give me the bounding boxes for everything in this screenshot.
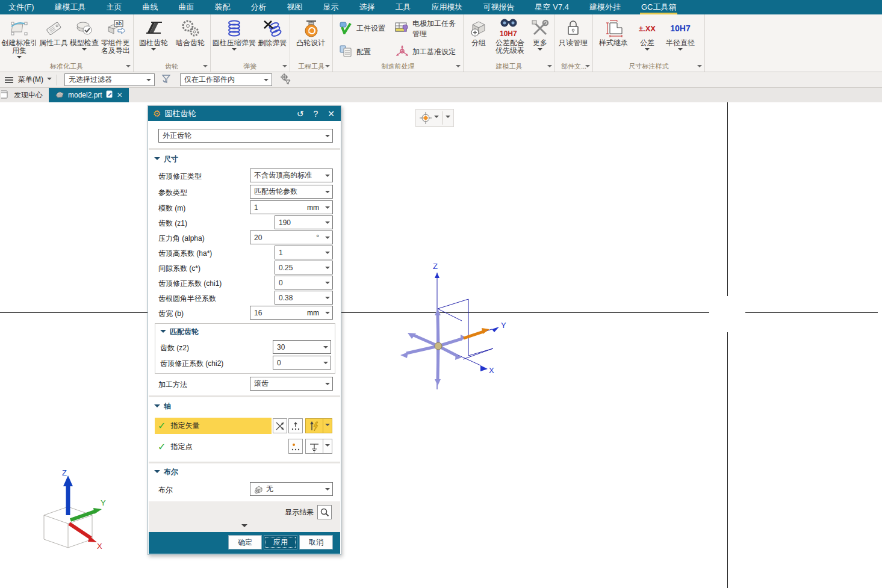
delete-spring-button[interactable]: 删除弹簧 xyxy=(256,16,288,47)
section-axis[interactable]: 轴 xyxy=(154,400,171,412)
root-fillet-coefficient-input[interactable]: 0.38 xyxy=(275,291,333,305)
gear-type-select[interactable]: 外正齿轮 xyxy=(158,129,333,143)
menu-display[interactable]: 显示 xyxy=(322,0,340,14)
scope-filter-select[interactable]: 仅在工作部件内 xyxy=(180,73,272,86)
graphics-viewport[interactable]: Z Y X Z Y X ⚙ xyxy=(0,102,882,588)
group-dialog-caret-icon[interactable] xyxy=(585,65,590,70)
menu-assembly[interactable]: 装配 xyxy=(214,0,232,14)
menu-modeling-tools[interactable]: 建模工具 xyxy=(54,0,87,14)
dialog-title-bar[interactable]: ⚙ 圆柱齿轮 ↺ ? ✕ xyxy=(148,106,341,121)
teeth-z1-input[interactable]: 190 xyxy=(275,215,333,229)
more-tools-button[interactable]: 更多 xyxy=(527,16,553,53)
dialog-help-button[interactable]: ? xyxy=(313,109,318,119)
vector-dialog-button[interactable] xyxy=(288,418,303,433)
teeth-z2-input[interactable]: 30 xyxy=(273,340,331,354)
configuration-button[interactable]: 配置 xyxy=(339,40,385,64)
menu-surface[interactable]: 曲面 xyxy=(178,0,196,14)
menu-hamburger-icon[interactable] xyxy=(5,77,13,83)
module-input[interactable]: 1 mm xyxy=(250,200,333,214)
cam-design-button[interactable]: 凸轮设计 xyxy=(291,16,330,47)
field-label: 齿顶修正系数 (chi2) xyxy=(160,359,223,369)
menu-xingkong-v74[interactable]: 星空 V7.4 xyxy=(534,0,570,14)
boolean-select[interactable]: 无 xyxy=(250,482,333,496)
cancel-button[interactable]: 取消 xyxy=(299,535,333,549)
radius-diameter-button[interactable]: 10H7 半径直径 xyxy=(662,16,699,53)
specify-vector-field[interactable]: ✓ 指定矢量 xyxy=(155,418,272,434)
triad-y-label: Y xyxy=(101,498,106,507)
dialog-collapse-icon[interactable] xyxy=(241,524,247,530)
workpiece-setup-button[interactable]: 工件设置 xyxy=(339,17,385,40)
pressure-angle-input[interactable]: 20 ° xyxy=(250,231,333,244)
section-mating-gear[interactable]: 匹配齿轮 xyxy=(160,326,199,338)
group-dialog-caret-icon[interactable] xyxy=(203,65,208,70)
menu-home[interactable]: 主页 xyxy=(105,0,123,14)
menu-tools[interactable]: 工具 xyxy=(394,0,412,14)
group-dialog-caret-icon[interactable] xyxy=(325,65,330,70)
electrode-task-manager-button[interactable]: 电极加工任务管理 xyxy=(395,17,457,40)
menu-file[interactable]: 文件(F) xyxy=(7,0,36,14)
group-dialog-caret-icon[interactable] xyxy=(547,65,552,70)
menu-modeling-addon[interactable]: 建模外挂 xyxy=(588,0,622,14)
selection-filter-select[interactable]: 无选择过滤器 xyxy=(64,73,155,86)
section-boolean[interactable]: 布尔 xyxy=(154,466,178,478)
inferred-vector-button[interactable] xyxy=(273,418,287,433)
rename-export-button[interactable]: ab 零组件更名及导出 xyxy=(99,16,132,55)
menu-application-modules[interactable]: 应用模块 xyxy=(430,0,464,14)
auto-judgment-vector-button[interactable] xyxy=(305,418,323,433)
point-type-caret-cell[interactable] xyxy=(323,439,332,454)
grouping-button[interactable]: 分组 xyxy=(465,16,492,47)
discovery-center-button[interactable]: 发现中心 xyxy=(0,88,49,102)
menu-visual-report[interactable]: 可视报告 xyxy=(482,0,516,14)
tip-modification-type-select[interactable]: 不含齿顶高的标准 xyxy=(250,169,333,182)
cylindrical-gear-button[interactable]: 圆柱齿轮 xyxy=(135,16,172,53)
tip-modification-chi2-input[interactable]: 0 xyxy=(273,356,331,370)
group-dialog-caret-icon[interactable] xyxy=(697,65,702,70)
ok-button[interactable]: 确定 xyxy=(228,535,262,549)
datum-csys-vector-preview[interactable]: Z Y X xyxy=(394,262,515,394)
group-dialog-caret-icon[interactable] xyxy=(126,65,131,70)
machining-method-select[interactable]: 滚齿 xyxy=(250,377,333,391)
menu-gc-toolbox[interactable]: GC工具箱 xyxy=(640,0,678,14)
clearance-coefficient-input[interactable]: 0.25 xyxy=(275,261,333,274)
apply-button[interactable]: 应用 xyxy=(264,535,297,549)
tolerance-button[interactable]: ±.XX 公差 xyxy=(633,16,662,53)
reset-filter-icon[interactable] xyxy=(161,73,173,86)
face-width-input[interactable]: 16 mm xyxy=(250,306,333,320)
machining-datum-button[interactable]: 加工基准设定 xyxy=(395,40,457,64)
mesh-gear-button[interactable]: 啮合齿轮 xyxy=(172,16,208,47)
point-snap-button[interactable] xyxy=(416,110,442,126)
tab-model2-prt[interactable]: model2.prt ✕ xyxy=(49,88,129,102)
point-dialog-button[interactable] xyxy=(288,439,303,454)
tab-close-icon[interactable]: ✕ xyxy=(117,91,123,99)
menu-view[interactable]: 视图 xyxy=(286,0,304,14)
group-dialog-caret-icon[interactable] xyxy=(456,65,461,70)
menu-caret-icon[interactable] xyxy=(47,78,52,82)
vector-type-caret-cell[interactable] xyxy=(323,418,332,433)
attribute-tool-button[interactable]: 属性工具 xyxy=(38,16,70,47)
addendum-coefficient-input[interactable]: 1 xyxy=(275,246,333,259)
section-size[interactable]: 尺寸 xyxy=(154,153,178,165)
menu-curve[interactable]: 曲线 xyxy=(141,0,160,14)
field-label: 间隙系数 (c*) xyxy=(158,264,200,274)
point-snap-caret-icon[interactable] xyxy=(434,116,439,120)
dialog-reset-button[interactable]: ↺ xyxy=(297,109,304,119)
menu-analysis[interactable]: 分析 xyxy=(250,0,268,14)
parameter-type-select[interactable]: 匹配齿轮参数 xyxy=(250,185,333,199)
dialog-close-button[interactable]: ✕ xyxy=(328,109,335,119)
snap-point-icon[interactable] xyxy=(279,73,291,87)
cylindrical-compression-spring-button[interactable]: 圆柱压缩弹簧 xyxy=(212,16,256,53)
menu-select[interactable]: 选择 xyxy=(358,0,376,14)
mini-toolbar-more-button[interactable] xyxy=(443,110,453,126)
model-check-button[interactable]: 模型检查 xyxy=(69,16,99,53)
style-inherit-button[interactable]: 样式继承 xyxy=(594,16,633,47)
show-result-button[interactable] xyxy=(317,505,332,519)
specify-point-field[interactable]: ✓ 指定点 xyxy=(155,439,192,454)
tolerance-fit-table-button[interactable]: 10H7 公差配合优先级表 xyxy=(492,16,527,55)
create-standard-refset-button[interactable]: 创建标准引用集 xyxy=(1,16,38,61)
tip-modification-chi1-input[interactable]: 0 xyxy=(275,276,333,289)
group-dialog-caret-icon[interactable] xyxy=(282,65,287,70)
readonly-manager-button[interactable]: 只读管理 xyxy=(556,16,590,47)
field-label: 模数 (m) xyxy=(158,203,185,214)
inferred-point-button[interactable] xyxy=(305,439,323,454)
menu-button[interactable]: 菜单(M) xyxy=(18,75,43,85)
